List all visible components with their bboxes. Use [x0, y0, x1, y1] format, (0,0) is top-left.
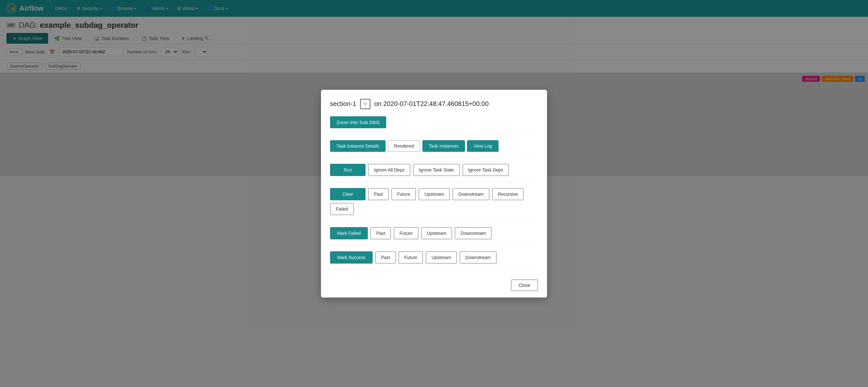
mark-failed-upstream[interactable]: Upstream — [421, 227, 453, 239]
filter-icon: ▽ — [360, 99, 370, 109]
clear-failed[interactable]: Failed — [330, 203, 354, 215]
clear-section: Clear Past Future Upstream Downstream Re… — [330, 188, 538, 221]
mark-success-button[interactable]: Mark Success — [330, 251, 373, 264]
modal-overlay[interactable]: section-1 ▽ on 2020-07-01T22:48:47.46081… — [0, 0, 868, 387]
mark-failed-section: Mark Failed Past Future Upstream Downstr… — [330, 227, 538, 245]
clear-future[interactable]: Future — [392, 188, 416, 200]
clear-button[interactable]: Clear — [330, 188, 366, 200]
mark-failed-button[interactable]: Mark Failed — [330, 227, 368, 239]
modal-header: section-1 ▽ on 2020-07-01T22:48:47.46081… — [330, 99, 538, 109]
run-ignore-all-deps[interactable]: Ignore All Deps — [368, 164, 410, 176]
modal-datetime: on 2020-07-01T22:48:47.460815+00:00 — [374, 100, 489, 108]
clear-upstream[interactable]: Upstream — [418, 188, 450, 200]
mark-failed-past[interactable]: Past — [370, 227, 391, 239]
clear-action-row: Clear Past Future Upstream Downstream Re… — [330, 188, 538, 215]
close-button[interactable]: Close — [511, 279, 538, 291]
mark-success-upstream[interactable]: Upstream — [426, 251, 457, 264]
run-button[interactable]: Run — [330, 164, 366, 176]
tab-rendered[interactable]: Rendered — [388, 140, 421, 152]
tab-buttons-section: Task Instance Details Rendered Task Inst… — [330, 140, 538, 158]
modal-dialog: section-1 ▽ on 2020-07-01T22:48:47.46081… — [321, 90, 547, 298]
clear-past[interactable]: Past — [368, 188, 389, 200]
mark-success-past[interactable]: Past — [375, 251, 396, 264]
mark-failed-downstream[interactable]: Downstream — [455, 227, 492, 239]
mark-success-future[interactable]: Future — [399, 251, 423, 264]
mark-failed-future[interactable]: Future — [394, 227, 418, 239]
tab-buttons-row: Task Instance Details Rendered Task Inst… — [330, 140, 538, 152]
tab-task-instances[interactable]: Task Instances — [423, 140, 465, 152]
mark-success-section: Mark Success Past Future Upstream Downst… — [330, 251, 538, 270]
mark-success-action-row: Mark Success Past Future Upstream Downst… — [330, 251, 538, 264]
clear-recursive[interactable]: Recursive — [492, 188, 524, 200]
modal-task-name: section-1 — [330, 100, 356, 108]
mark-success-downstream[interactable]: Downstream — [460, 251, 497, 264]
mark-failed-action-row: Mark Failed Past Future Upstream Downstr… — [330, 227, 538, 239]
tab-view-log[interactable]: View Log — [467, 140, 498, 152]
run-ignore-task-deps[interactable]: Ignore Task Deps — [462, 164, 509, 176]
run-action-row: Run Ignore All Deps Ignore Task State Ig… — [330, 164, 538, 176]
zoom-into-subdag-button[interactable]: Zoom into Sub DAG — [330, 116, 386, 128]
zoom-section: Zoom into Sub DAG — [330, 116, 538, 135]
run-ignore-task-state[interactable]: Ignore Task State — [413, 164, 460, 176]
clear-downstream[interactable]: Downstream — [453, 188, 490, 200]
modal-footer: Close — [330, 275, 538, 291]
tab-task-instance-details[interactable]: Task Instance Details — [330, 140, 385, 152]
run-section: Run Ignore All Deps Ignore Task State Ig… — [330, 164, 538, 182]
